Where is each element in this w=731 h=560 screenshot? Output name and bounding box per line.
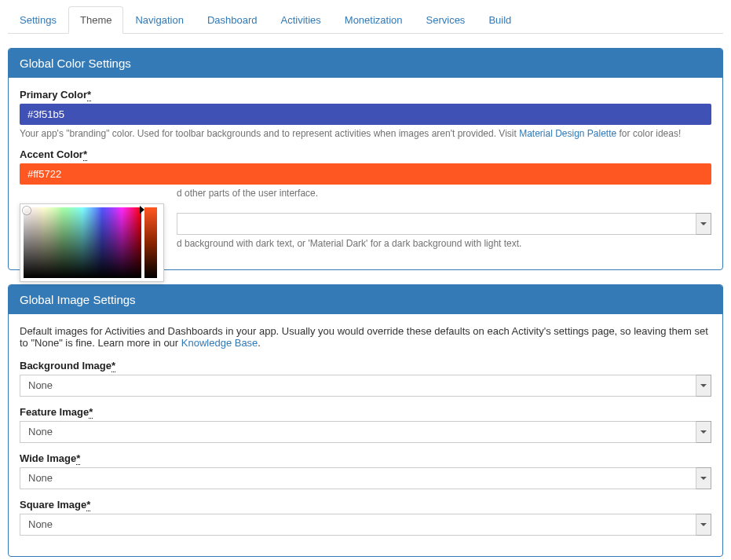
wide-image-select[interactable]: None [20,467,696,489]
color-picker-hue-slider[interactable] [144,207,157,278]
knowledge-base-link[interactable]: Knowledge Base [181,337,258,349]
color-picker-cursor[interactable] [23,207,31,214]
tab-build[interactable]: Build [477,6,523,34]
tab-dashboard[interactable]: Dashboard [196,6,269,34]
tab-settings[interactable]: Settings [8,6,68,34]
panel-global-color-settings: Global Color Settings Primary Color* You… [8,48,723,270]
background-image-select[interactable]: None [20,375,696,397]
color-picker-saturation-value[interactable] [24,207,141,278]
field-accent-color: Accent Color* d other parts of the user … [20,148,711,199]
panel-heading-colors: Global Color Settings [9,49,722,78]
primary-color-label: Primary Color* [20,89,711,101]
accent-color-label: Accent Color* [20,148,711,160]
background-image-dropdown-button[interactable] [696,375,711,397]
primary-color-input[interactable] [20,104,711,125]
wide-image-dropdown-button[interactable] [696,467,711,489]
background-image-label: Background Image* [20,360,711,372]
tab-services[interactable]: Services [415,6,477,34]
square-image-dropdown-button[interactable] [696,514,711,536]
feature-image-label: Feature Image* [20,406,711,418]
color-picker-hue-handle[interactable] [140,206,144,214]
tab-activities[interactable]: Activities [269,6,333,34]
image-settings-intro: Default images for Activities and Dashbo… [20,325,711,349]
field-feature-image: Feature Image* None [20,406,711,443]
panel-heading-images: Global Image Settings [9,285,722,314]
field-wide-image: Wide Image* None [20,452,711,489]
color-picker-popover [20,203,164,282]
field-square-image: Square Image* None [20,499,711,536]
tab-monetization[interactable]: Monetization [333,6,415,34]
primary-color-help: Your app's "branding" color. Used for to… [20,128,711,139]
accent-color-input[interactable] [20,163,711,185]
wide-image-label: Wide Image* [20,452,711,464]
theme-select-display[interactable] [177,213,696,235]
accent-color-help-partial: d other parts of the user interface. [20,188,711,199]
square-image-label: Square Image* [20,499,711,511]
theme-select-dropdown-button[interactable] [696,213,711,235]
field-background-image: Background Image* None [20,360,711,397]
feature-image-dropdown-button[interactable] [696,421,711,443]
tab-navigation[interactable]: Navigation [123,6,195,34]
material-palette-link[interactable]: Material Design Palette [519,128,616,139]
field-primary-color: Primary Color* Your app's "branding" col… [20,89,711,139]
panel-global-image-settings: Global Image Settings Default images for… [8,284,723,557]
top-tabs: Settings Theme Navigation Dashboard Acti… [8,6,723,34]
tab-theme[interactable]: Theme [68,6,123,34]
feature-image-select[interactable]: None [20,421,696,443]
square-image-select[interactable]: None [20,514,696,536]
